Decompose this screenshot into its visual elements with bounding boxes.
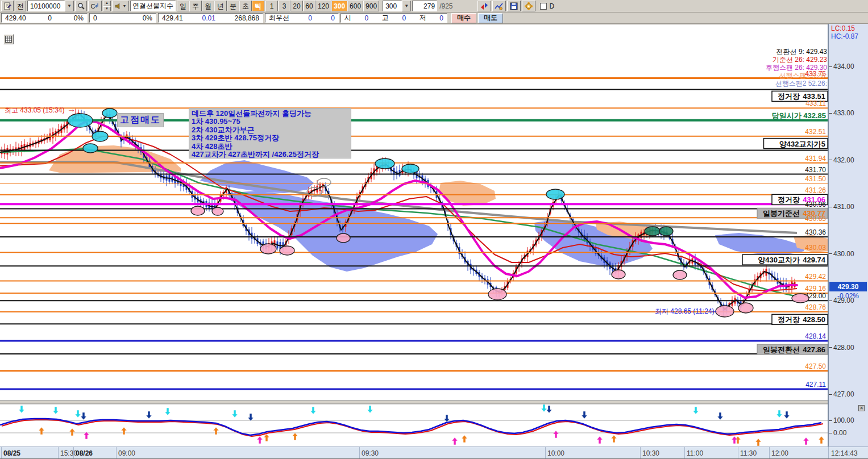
level-label: 431.94 [805,155,826,162]
interval-button-900[interactable]: 900 [363,1,379,11]
level-label: 정거장 [778,315,800,324]
right-arrow-icon: → [67,104,76,114]
y-axis-tick: 431.00 [829,203,854,210]
level-label: 일봉기준선 [763,209,800,218]
time-divider [545,447,546,459]
ref-volume-cell: 429.41 0.01 268,868 [158,13,263,23]
signal-ellipse [402,164,419,173]
interval-button-60[interactable]: 60 [303,1,315,11]
level-label: 430.96 [805,201,826,208]
down-arrow-icon[interactable]: ▼ [103,6,111,12]
interval-button-group: 132060120300600900 [265,1,379,11]
signal-ellipse [260,244,276,254]
period-button-group: 일주월년분초틱 [177,1,264,11]
note-line: 3차 429초반 428.75정거장 [192,134,348,142]
ohl-cell: 시 0 고 0 저 0 [340,13,447,23]
level-label: 431.70 [805,166,826,174]
legend-entry: 선행스팬1 9.26: [766,72,827,80]
main-toolbar: 전 10100000 ▼ C ▲▼ ▼ 연결선물지수 일주월년분초틱 13206… [0,0,868,12]
period-button-월[interactable]: 월 [202,1,214,11]
chevron-down-icon[interactable]: ▼ [65,1,74,11]
memo-icon [3,2,11,10]
open-label: 시 [344,13,351,23]
price-axis: LC:0.15 HC:-0.87 429.30 -0.02% ✕ 434.004… [828,24,868,447]
d-checkbox-label: D [549,2,554,10]
interval-button-600[interactable]: 600 [347,1,363,11]
code-combo[interactable]: 10100000 ▼ [27,1,74,11]
search-button[interactable] [75,1,87,11]
time-divider [738,447,738,459]
sell-button[interactable]: 매도 [478,13,503,23]
time-label: 11:30 [740,449,757,457]
time-divider [684,447,685,459]
signal-ellipse [375,158,394,169]
period-button-일[interactable]: 일 [177,1,189,11]
bar-index-input[interactable]: 279 [412,1,437,11]
d-checkbox[interactable] [540,3,547,10]
refresh-button[interactable]: C [88,1,102,11]
instrument-field[interactable]: 연결선물지수 [130,1,176,11]
signal-ellipse [191,206,205,215]
low-value: 0 [439,14,443,22]
y-axis-tick: 432.00 [829,157,854,164]
level-label: 429.42 [805,273,826,281]
last-price-cell: 429.40 0 0% [1,13,88,23]
interval-button-1[interactable]: 1 [265,1,278,11]
bar-total-label: /925 [438,2,454,10]
close-icon[interactable]: ✕ [858,405,865,411]
period-button-틱[interactable]: 틱 [252,1,264,11]
signal-ellipse [337,233,350,243]
signal-ellipse [645,227,661,236]
time-label: 10:30 [642,449,659,457]
period-button-분[interactable]: 분 [227,1,239,11]
interval-button-3[interactable]: 3 [278,1,290,11]
y-axis-tick: 433.00 [829,110,854,116]
note-line: 4차 428초반 [192,143,348,151]
chevron-down-icon: ▼ [123,2,127,11]
chevron-down-icon[interactable]: ▼ [402,1,411,11]
count-combo-value: 300 [383,1,402,11]
count-combo[interactable]: 300 ▼ [383,1,411,11]
time-label: 09:30 [362,449,379,457]
level-label-value: 427.86 [803,345,825,354]
speaker-icon [115,3,122,10]
legend-entry: 후행스팬 26: 429.30 [766,64,827,72]
y-axis-tick: 428.00 [829,344,854,351]
code-combo-value: 10100000 [27,1,65,11]
mini-chart-icon [495,2,504,10]
sub-plot-bg [0,404,828,447]
trading-app-window: 전 10100000 ▼ C ▲▼ ▼ 연결선물지수 일주월년분초틱 13206… [0,0,868,459]
y-axis-tick: 430.00 [829,251,854,257]
signal-ellipse [716,306,734,317]
signal-ellipse [83,144,98,153]
up-arrow-icon[interactable]: ▲ [103,1,111,6]
best-ask: 0 [331,14,335,22]
time-label: 10:00 [547,449,564,457]
grid-toggle-button[interactable] [3,34,14,44]
session-low-label: 최저 428.65 (11:24) [655,307,715,316]
signal-ellipse [673,270,687,279]
signal-ellipse [546,189,564,199]
change: 0 [48,14,52,22]
period-button-주[interactable]: 주 [189,1,202,11]
chart-tool-button[interactable] [492,1,506,11]
settings-button[interactable] [522,1,535,11]
stock-button[interactable]: 전 [15,1,26,11]
period-button-초[interactable]: 초 [239,1,252,11]
sell-point-tag: 고점매도 [117,113,164,127]
chart-canvas[interactable]: 433.75정거장433.51433.11당일시가 432.85432.51양4… [0,24,828,447]
interval-button-20[interactable]: 20 [290,1,303,11]
interval-button-120[interactable]: 120 [315,1,331,11]
ichimoku-legend: 전환선 9: 429.43기준선 26: 429.23후행스팬 26: 429.… [766,48,827,87]
sound-button[interactable]: ▼ [112,1,129,11]
stepper[interactable]: ▲▼ [103,1,111,11]
save-button[interactable] [507,1,521,11]
secondary-cell: 0 0% [89,13,156,23]
interval-button-300[interactable]: 300 [331,1,347,11]
level-label: 일봉전환선 [763,345,800,354]
buy-button[interactable]: 매수 [451,13,476,23]
period-button-년[interactable]: 년 [214,1,227,11]
memo-icon-button[interactable] [1,1,14,11]
signal-tool-button[interactable] [477,1,491,11]
hc-label: HC:-0.87 [831,32,858,40]
